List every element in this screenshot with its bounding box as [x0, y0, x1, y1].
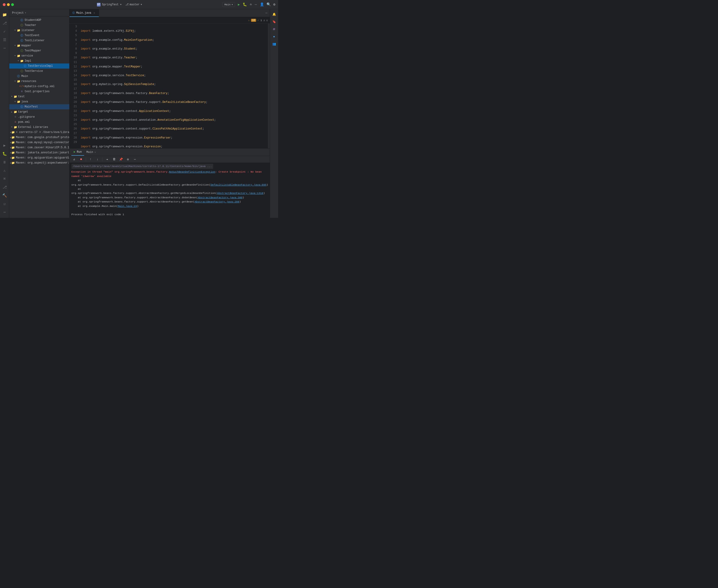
settings-icon[interactable]: ⚙: [273, 2, 275, 7]
branch-label[interactable]: ⎇ master ▾: [125, 3, 142, 6]
user-icon[interactable]: 👤: [260, 2, 264, 7]
tree-item-protobuf[interactable]: ▶ 📁 Maven: com.google.protobuf:protobuf-…: [9, 135, 69, 140]
code-content[interactable]: import lombok.extern.slf4j.Slf4j; import…: [79, 24, 268, 148]
debug-icon-rail[interactable]: 🐛: [1, 150, 8, 158]
commit-icon[interactable]: ✓: [1, 28, 8, 35]
project-dropdown-icon[interactable]: ▾: [120, 3, 122, 6]
tab-close-button[interactable]: ✕: [93, 12, 96, 15]
tree-label: target: [18, 110, 28, 113]
problems-icon[interactable]: ⚠: [1, 167, 8, 174]
project-header-label: Project: [12, 12, 24, 15]
tree-item-external-libs[interactable]: ▼ 📁 External Libraries: [9, 125, 69, 130]
tree-item-jakarta[interactable]: ▶ 📁 Maven: jakarta.annotation:jakarta.an…: [9, 150, 69, 155]
maximize-button[interactable]: [11, 3, 14, 6]
tree-label: TestService: [25, 69, 43, 73]
close-button[interactable]: [3, 3, 5, 6]
bookmark-icon[interactable]: 🔖: [271, 19, 278, 25]
build-icon[interactable]: 🔨: [1, 192, 8, 199]
stack-link-5[interactable]: Main.java:24: [118, 205, 137, 208]
tree-item-impl[interactable]: ▼ 📁 Impl: [9, 58, 69, 63]
collapse-down-icon[interactable]: ∨: [266, 19, 268, 22]
minimize-button[interactable]: [7, 3, 10, 6]
tree-item-main[interactable]: Ⓒ Main: [9, 74, 69, 79]
project-label[interactable]: ST SpringTest ▾: [97, 3, 122, 6]
tree-item-maintest[interactable]: Ⓒ MainTest: [9, 104, 69, 109]
tab-main-java[interactable]: Ⓒ Main.java ✕: [69, 9, 99, 17]
collapse-up-icon[interactable]: ∧: [263, 19, 265, 22]
run-icon-rail[interactable]: ▶: [1, 142, 8, 149]
run-config[interactable]: Main ▾: [222, 2, 235, 7]
branch-dropdown-icon[interactable]: ▾: [140, 3, 142, 6]
git-icon[interactable]: ⎇: [1, 184, 8, 191]
tree-item-gitignore[interactable]: ≡ .gitignore: [9, 114, 69, 120]
tree-item-testprops[interactable]: ≡ test.properties: [9, 89, 69, 94]
ai-icon[interactable]: m: [271, 26, 278, 33]
exception-link-1[interactable]: NoSuchBeanDefinitionException: [169, 170, 215, 173]
vcs-icon[interactable]: ⎇: [1, 19, 8, 27]
folder-icon: 📁: [17, 54, 20, 58]
stack-link-2[interactable]: AbstractBeanFactory.java:1318: [217, 192, 263, 195]
run-play-button[interactable]: ▶: [238, 3, 240, 6]
tree-item-target[interactable]: ▶ 📁 target: [9, 109, 69, 114]
scroll-up-button[interactable]: ↑: [88, 156, 94, 162]
tree-item-testserviceimpl[interactable]: Ⓒ TestServiceImpl: [9, 63, 69, 68]
scroll-down-button[interactable]: ↓: [95, 156, 100, 162]
todo-icon[interactable]: ☑: [1, 200, 8, 208]
pin-button[interactable]: 📌: [118, 156, 124, 162]
stack-link-1[interactable]: DefaultListableBeanFactory.java:895: [210, 183, 267, 186]
tree-item-mapper[interactable]: ▼ 📁 mapper: [9, 43, 69, 48]
tree-item-studentaop[interactable]: Ⓒ StudentAOP: [9, 18, 69, 23]
clear-button[interactable]: 🗑: [111, 156, 117, 162]
tree-item-java[interactable]: ▼ 📁 java: [9, 99, 69, 104]
stack-link-4[interactable]: AbstractBeanFactory.java:208: [194, 200, 239, 203]
tab-close-run[interactable]: ✕: [95, 151, 96, 153]
tree-item-teacher[interactable]: Ⓘ Teacher: [9, 23, 69, 28]
more-run-button[interactable]: ⋯: [132, 156, 138, 162]
tab-main-run[interactable]: Main ✕: [84, 148, 98, 156]
more-tools-icon[interactable]: ⋯: [1, 44, 8, 52]
tree-item-mybatis[interactable]: </> mybatis-config.xml: [9, 84, 69, 89]
search-icon[interactable]: 🔍: [267, 2, 271, 7]
line-numbers: 34567 89101112 1314151617 1819202122 232…: [69, 24, 79, 148]
tree-item-testservice[interactable]: Ⓘ TestService: [9, 68, 69, 74]
structure-icon[interactable]: ☰: [1, 36, 8, 44]
debug-icon[interactable]: 🐛: [243, 2, 247, 7]
editor-scrollbar[interactable]: [268, 24, 270, 148]
tree-item-testmapper[interactable]: Ⓘ TestMapper: [9, 48, 69, 53]
tree-item-mysql[interactable]: ▶ 📁 Maven: com.mysql:mysql-connector-j:8…: [9, 140, 69, 145]
project-header-arrow[interactable]: ▾: [25, 11, 26, 15]
stack-link-3[interactable]: AbstractBeanFactory.java:380: [198, 196, 242, 199]
tree-item-test[interactable]: ▼ 📁 test: [9, 94, 69, 99]
terminal-icon[interactable]: ⌘: [1, 175, 8, 183]
project-tree-icon[interactable]: 📁: [1, 11, 8, 19]
tree-item-resources[interactable]: ▼ 📁 resources: [9, 79, 69, 84]
tree-item-service[interactable]: ▼ 📁 service: [9, 53, 69, 58]
tab-more-button[interactable]: ⋯: [263, 11, 270, 15]
stop-button[interactable]: ■: [78, 156, 84, 162]
tree-item-apiguardian[interactable]: ▶ 📁 Maven: org.apiguardian:apiguardian-a…: [9, 155, 69, 160]
bottom-more-icon[interactable]: ⋯: [1, 209, 8, 216]
rerun-button[interactable]: ↺: [71, 156, 77, 162]
tree-item-corretto[interactable]: ▶ 📁 < corretto-17 > /Users/eve/Library/J…: [9, 130, 69, 135]
tab-run[interactable]: ▶ Run: [71, 148, 84, 156]
console-exit: Process finished with exit code 1: [71, 212, 268, 217]
warning-badge[interactable]: 13: [251, 19, 256, 22]
collapse-buttons: ∧ ∨: [263, 19, 268, 22]
tree-arrow: ▼: [14, 44, 17, 47]
coverage-icon[interactable]: ☘: [250, 2, 252, 7]
notifications-icon[interactable]: 🔔: [271, 11, 278, 18]
tree-item-listener[interactable]: ▼ 📁 listener: [9, 28, 69, 33]
tree-item-hikari[interactable]: ▶ 📁 Maven: com.zaxxer:HikariCP:5.0.1: [9, 145, 69, 150]
soft-wrap-button[interactable]: ⇥: [104, 156, 110, 162]
tree-item-testevent[interactable]: Ⓒ TestEvent: [9, 33, 69, 38]
sidebar-header: Project ▾: [9, 9, 69, 17]
tree-item-aspectweaver[interactable]: ▶ 📁 Maven: org.aspectj:aspectweaver:1.9.…: [9, 160, 69, 165]
services-icon[interactable]: ≣: [1, 159, 8, 166]
more-icon[interactable]: ⋯: [255, 2, 257, 7]
collab-icon[interactable]: 👥: [271, 41, 278, 47]
tree-label: TestListener: [25, 39, 44, 42]
git-changes-icon[interactable]: ●: [271, 33, 278, 40]
tree-item-testlistener[interactable]: Ⓒ TestListener: [9, 38, 69, 43]
tree-item-pom[interactable]: ≡ pom.xml: [9, 120, 69, 125]
settings-run-button[interactable]: ⚙: [125, 156, 131, 162]
